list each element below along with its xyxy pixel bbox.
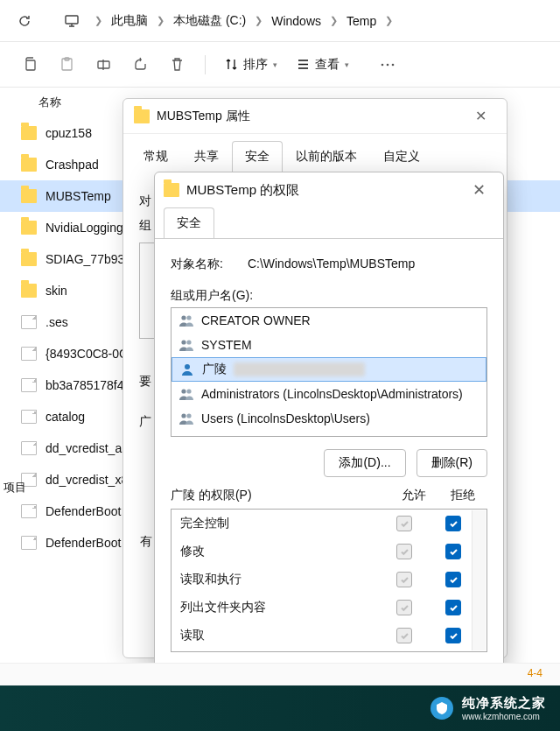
file-name: catalog <box>46 410 85 424</box>
file-name: .ses <box>46 315 68 329</box>
folder-icon <box>164 183 179 197</box>
user-name: SYSTEM <box>201 338 252 352</box>
permission-row: 列出文件夹内容 <box>172 594 486 622</box>
allow-checkbox[interactable] <box>396 544 412 559</box>
tab-previous-versions[interactable]: 以前的版本 <box>283 141 370 172</box>
share-icon[interactable] <box>124 49 156 81</box>
close-icon[interactable]: ✕ <box>463 174 494 206</box>
deny-checkbox[interactable] <box>445 516 461 531</box>
user-row[interactable]: 广陵 <box>172 357 486 382</box>
close-icon[interactable]: ✕ <box>465 101 496 132</box>
svg-point-6 <box>387 63 389 66</box>
rename-icon[interactable] <box>88 49 119 81</box>
permission-row: 读取 <box>172 622 486 650</box>
items-label: 项目 <box>4 480 26 496</box>
deny-checkbox[interactable] <box>445 628 461 643</box>
file-name: skin <box>46 284 67 298</box>
user-row[interactable]: Administrators (LincolnsDesktop\Administ… <box>172 382 486 406</box>
dialog-title: MUBSTemp 属性 <box>157 109 250 124</box>
sort-button[interactable]: 排序 ▾ <box>218 49 284 81</box>
explorer-toolbar: 排序 ▾ 查看 ▾ <box>0 42 560 88</box>
dialog-titlebar: MUBSTemp 属性 ✕ <box>123 99 507 134</box>
allow-header: 允许 <box>389 488 438 503</box>
file-name: Crashpad <box>46 158 99 172</box>
group-icon <box>178 411 194 425</box>
bc-drive[interactable]: 本地磁盘 (C:) <box>168 10 251 32</box>
tab-security[interactable]: 安全 <box>232 141 283 172</box>
object-path: C:\Windows\Temp\MUBSTemp <box>248 257 415 272</box>
group-icon <box>178 313 194 327</box>
file-icon <box>21 347 37 361</box>
permission-row: 完全控制 <box>172 510 486 538</box>
allow-checkbox[interactable] <box>396 516 412 531</box>
file-icon <box>21 441 37 455</box>
folder-icon <box>21 252 37 266</box>
properties-tabs: 常规 共享 安全 以前的版本 自定义 <box>123 134 507 172</box>
chevron-right-icon: ❯ <box>383 15 395 26</box>
user-name: 广陵 <box>202 362 227 377</box>
allow-checkbox[interactable] <box>396 600 412 615</box>
permissions-table: 完全控制修改读取和执行列出文件夹内容读取 <box>171 509 487 652</box>
svg-point-16 <box>186 413 191 418</box>
scrollbar[interactable] <box>472 510 486 650</box>
permission-name: 完全控制 <box>180 516 380 531</box>
more-icon[interactable] <box>372 49 403 81</box>
delete-icon[interactable] <box>161 49 192 81</box>
deny-checkbox[interactable] <box>445 572 461 587</box>
svg-point-10 <box>181 340 186 344</box>
paste-icon[interactable] <box>51 49 82 81</box>
view-button[interactable]: 查看 ▾ <box>290 49 356 81</box>
permission-name: 读取和执行 <box>180 572 380 587</box>
tab-security[interactable]: 安全 <box>164 207 214 239</box>
chevron-right-icon: ❯ <box>253 15 264 26</box>
svg-point-7 <box>392 63 395 66</box>
peek-label: 有 <box>140 534 152 550</box>
file-name: bb3a785178f4 <box>46 378 124 392</box>
deny-checkbox[interactable] <box>445 600 461 615</box>
allow-checkbox[interactable] <box>396 628 412 643</box>
tab-custom[interactable]: 自定义 <box>370 141 433 172</box>
svg-point-8 <box>181 315 186 320</box>
svg-point-9 <box>186 315 191 320</box>
folder-icon <box>21 221 37 235</box>
refresh-button[interactable] <box>10 7 38 35</box>
brand-url: www.kzmhome.com <box>462 712 546 721</box>
permission-name: 修改 <box>180 544 380 559</box>
file-name: NvidiaLogging <box>46 221 123 235</box>
deny-header: 拒绝 <box>438 488 487 503</box>
chevron-right-icon: ❯ <box>328 15 340 26</box>
file-icon <box>21 378 37 392</box>
user-list[interactable]: CREATOR OWNERSYSTEM广陵Administrators (Lin… <box>171 307 487 437</box>
user-row[interactable]: Users (LincolnsDesktop\Users) <box>172 406 486 431</box>
breadcrumb[interactable]: ❯ 此电脑 ❯ 本地磁盘 (C:) ❯ Windows ❯ Temp ❯ <box>93 10 395 32</box>
user-row[interactable]: SYSTEM <box>172 333 486 357</box>
permission-row: 读取和执行 <box>172 566 486 594</box>
object-name-row: 对象名称: C:\Windows\Temp\MUBSTemp <box>171 257 487 272</box>
separator <box>205 55 206 74</box>
svg-point-15 <box>181 413 186 418</box>
deny-checkbox[interactable] <box>445 544 461 559</box>
copy-icon[interactable] <box>14 49 46 81</box>
tab-share[interactable]: 共享 <box>181 141 232 172</box>
dialog-titlebar: MUBSTemp 的权限 ✕ <box>155 172 503 207</box>
status-strip: 4-4 <box>0 663 560 685</box>
group-icon <box>178 338 194 352</box>
svg-rect-1 <box>26 60 35 70</box>
file-name: {8493C0C8-0C <box>46 347 128 361</box>
user-row[interactable]: CREATOR OWNER <box>172 308 486 333</box>
tab-general[interactable]: 常规 <box>130 141 181 172</box>
logo-icon <box>430 697 453 720</box>
perm-for-label: 广陵 的权限(P) <box>171 488 389 503</box>
bc-temp[interactable]: Temp <box>341 11 382 32</box>
monitor-icon <box>58 7 86 35</box>
bc-windows[interactable]: Windows <box>266 11 326 32</box>
folder-icon <box>134 109 150 123</box>
tag-label: 4-4 <box>528 667 542 679</box>
bc-this-pc[interactable]: 此电脑 <box>106 10 153 32</box>
file-name: SDIAG_77b93 <box>46 252 124 266</box>
add-button[interactable]: 添加(D)... <box>324 449 405 477</box>
allow-checkbox[interactable] <box>396 572 412 587</box>
user-name: Administrators (LincolnsDesktop\Administ… <box>201 387 463 401</box>
remove-button[interactable]: 删除(R) <box>416 449 487 477</box>
svg-point-5 <box>382 63 384 66</box>
